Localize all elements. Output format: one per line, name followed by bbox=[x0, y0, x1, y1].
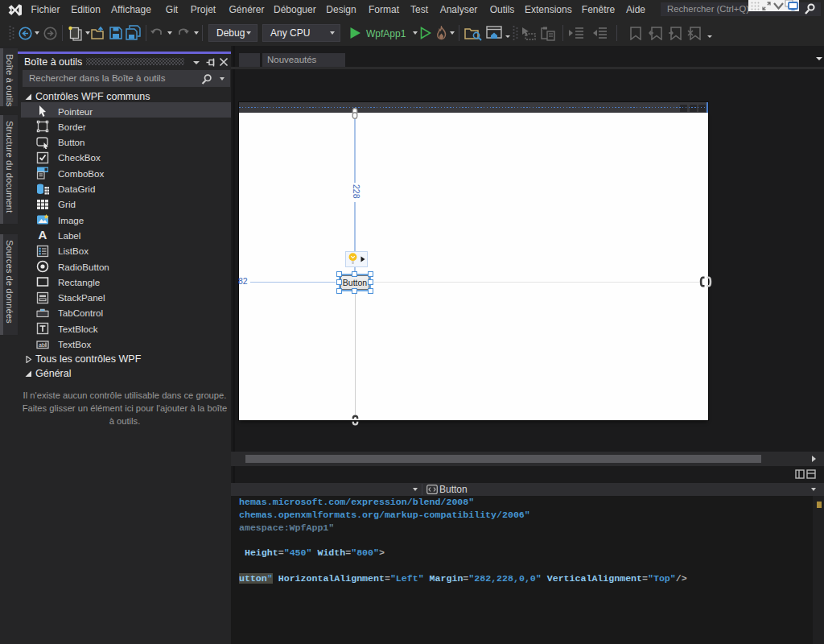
svg-text:ab: ab bbox=[39, 342, 45, 348]
